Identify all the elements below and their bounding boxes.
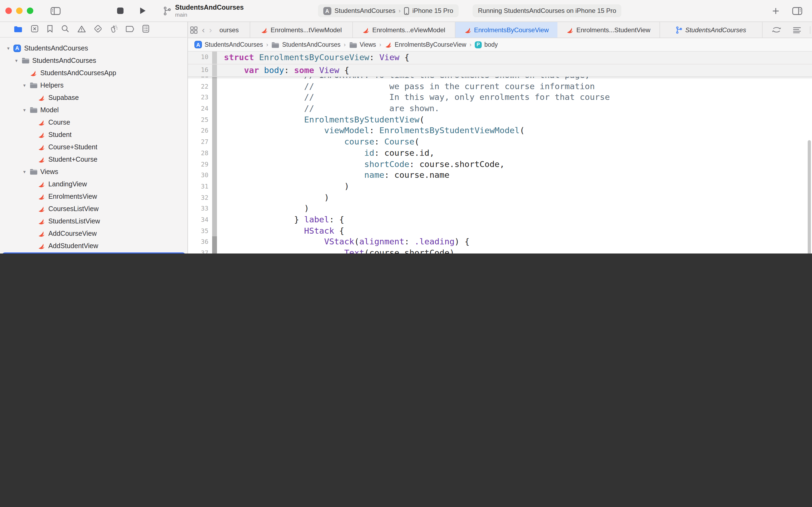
fold-ribbon[interactable] <box>212 92 217 103</box>
fold-ribbon[interactable] <box>212 225 217 236</box>
toggle-right-inspector-button[interactable] <box>789 6 806 16</box>
disclosure-open-icon[interactable]: ▾ <box>4 45 12 51</box>
file-tree-row-studentsandcoursesapp[interactable]: StudentsAndCoursesApp <box>0 67 187 79</box>
fold-ribbon[interactable] <box>212 114 217 125</box>
line-number[interactable]: 25 <box>190 114 212 125</box>
line-number[interactable]: 34 <box>190 214 212 225</box>
breadcrumb-item[interactable]: EnrolmentsByCourseView <box>385 41 466 48</box>
add-button[interactable] <box>769 6 782 15</box>
go-back-button[interactable]: ‹ <box>200 22 207 38</box>
code-line[interactable]: 30name: course.name <box>188 170 812 181</box>
line-number[interactable]: 28 <box>190 148 212 159</box>
code-line[interactable]: 32) <box>188 192 812 203</box>
sticky-code-line[interactable]: 16var body: some View { <box>188 64 812 77</box>
tests-navigator-tab[interactable] <box>93 23 104 36</box>
code-line[interactable]: 24// are shown. <box>188 103 812 114</box>
line-number[interactable]: 37 <box>190 247 212 253</box>
fold-ribbon[interactable] <box>212 159 217 170</box>
line-number[interactable]: 30 <box>190 170 212 181</box>
scheme-selector[interactable]: A StudentsAndCourses › iPhone 15 Pro <box>318 4 459 17</box>
file-tree-row-studentsandcourses[interactable]: ▾StudentsAndCourses <box>0 54 187 67</box>
fold-ribbon[interactable] <box>212 203 217 214</box>
code-line[interactable]: 23// In this way, only enrolments for th… <box>188 92 812 103</box>
breakpoints-navigator-tab[interactable] <box>124 24 136 35</box>
code-line[interactable]: 22// we pass in the current course infor… <box>188 81 812 92</box>
code-line[interactable]: 36VStack(alignment: .leading) { <box>188 237 812 247</box>
file-tree-row-courseslistview[interactable]: CoursesListView <box>0 203 187 215</box>
line-number[interactable]: 32 <box>190 192 212 203</box>
fold-ribbon[interactable] <box>212 170 217 181</box>
fold-ribbon[interactable] <box>212 237 217 247</box>
fold-ribbon[interactable] <box>212 214 217 225</box>
file-tree-row-model[interactable]: ▾Model <box>0 104 187 116</box>
source-control-navigator-tab[interactable] <box>29 23 40 36</box>
editor-swap-button[interactable] <box>769 25 784 35</box>
file-tree-row-course[interactable]: Course <box>0 116 187 128</box>
sticky-code-line[interactable]: 10struct EnrolmentsByCourseView: View { <box>188 52 812 64</box>
find-navigator-tab[interactable] <box>60 23 71 36</box>
file-tree-row-enrolmentsbycourseview[interactable]: EnrolmentsByCourseViewM <box>0 252 187 253</box>
fold-ribbon[interactable] <box>212 136 217 148</box>
fold-ribbon[interactable] <box>212 64 217 76</box>
breadcrumb-item[interactable]: Views <box>349 41 376 48</box>
code-line[interactable]: 37Text(course.shortCode) <box>188 247 812 253</box>
file-tree-row-enrolmentsview[interactable]: EnrolmentsView <box>0 190 187 203</box>
file-tree-row-addcourseview[interactable]: AddCourseView <box>0 227 187 239</box>
file-tree-row-studentslistview[interactable]: StudentsListView <box>0 215 187 227</box>
line-number[interactable]: 24 <box>190 103 212 114</box>
close-window-button[interactable] <box>5 7 12 14</box>
line-number[interactable]: 33 <box>190 203 212 214</box>
code-line[interactable]: 29shortCode: course.shortCode, <box>188 159 812 170</box>
editor-tab-studentsandcourses[interactable]: StudentsAndCourses <box>660 22 762 38</box>
line-number[interactable]: 29 <box>190 159 212 170</box>
file-tree-row-supabase[interactable]: Supabase <box>0 91 187 104</box>
file-tree-row-views[interactable]: ▾Views <box>0 165 187 178</box>
file-tree-row-student-course[interactable]: Student+Course <box>0 153 187 165</box>
go-forward-button[interactable]: › <box>207 22 214 38</box>
fold-ribbon[interactable] <box>212 81 217 92</box>
fold-ribbon[interactable] <box>212 181 217 192</box>
file-tree-row-landingview[interactable]: LandingView <box>0 178 187 190</box>
code-line[interactable]: 26viewModel: EnrolmentsByStudentViewMode… <box>188 125 812 136</box>
line-number[interactable]: 16 <box>190 64 212 76</box>
code-line[interactable]: 31) <box>188 181 812 192</box>
file-tree-row-student[interactable]: Student <box>0 128 187 141</box>
breadcrumb-item[interactable]: AStudentsAndCourses <box>194 41 263 48</box>
file-tree-row-helpers[interactable]: ▾Helpers <box>0 79 187 91</box>
fold-ribbon[interactable] <box>212 192 217 203</box>
stop-button[interactable] <box>113 6 127 15</box>
disclosure-open-icon[interactable]: ▾ <box>12 58 20 63</box>
fold-ribbon[interactable] <box>212 148 217 159</box>
related-items-button[interactable] <box>188 22 200 38</box>
breadcrumb-item[interactable]: Pbody <box>475 41 498 48</box>
editor-tab-enrolmentsbycourseview[interactable]: EnrolmentsByCourseView <box>455 22 557 38</box>
editor-scrollbar[interactable] <box>808 140 811 253</box>
line-number[interactable]: 10 <box>190 52 212 64</box>
editor-tab-ourses[interactable]: ourses <box>214 22 250 38</box>
fold-ribbon[interactable] <box>212 247 217 253</box>
breadcrumb-item[interactable]: StudentsAndCourses <box>272 41 341 48</box>
editor-tab-enrolments-eviewmodel[interactable]: Enrolments...eViewModel <box>353 22 455 38</box>
file-tree-row-course-student[interactable]: Course+Student <box>0 141 187 153</box>
debug-navigator-tab[interactable] <box>109 23 119 36</box>
editor-options-button[interactable] <box>789 25 804 34</box>
issues-navigator-tab[interactable] <box>76 24 88 35</box>
file-tree-row-addstudentview[interactable]: AddStudentView <box>0 239 187 252</box>
editor-tab-enrolments-tviewmodel[interactable]: Enrolments...tViewModel <box>250 22 353 38</box>
bookmarks-navigator-tab[interactable] <box>45 23 55 36</box>
source-editor[interactable]: 21// IMPORTANT: To limit the enrolments … <box>188 52 812 253</box>
fold-ribbon[interactable] <box>212 103 217 114</box>
line-number[interactable]: 22 <box>190 81 212 92</box>
minimize-window-button[interactable] <box>16 7 22 14</box>
editor-tab-enrolments-studentview[interactable]: Enrolments...StudentView <box>557 22 660 38</box>
code-line[interactable]: 33) <box>188 203 812 214</box>
project-navigator-tab[interactable] <box>12 24 24 35</box>
fold-ribbon[interactable] <box>212 52 217 64</box>
disclosure-open-icon[interactable]: ▾ <box>20 107 28 113</box>
zoom-window-button[interactable] <box>27 7 33 14</box>
toggle-left-sidebar-button[interactable] <box>47 6 64 16</box>
run-button[interactable] <box>136 6 149 15</box>
line-number[interactable]: 35 <box>190 225 212 236</box>
code-line[interactable]: 28id: course.id, <box>188 148 812 159</box>
disclosure-open-icon[interactable]: ▾ <box>20 169 28 174</box>
